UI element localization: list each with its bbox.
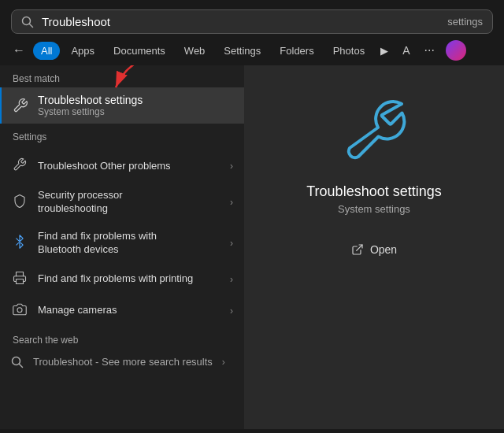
overflow-button[interactable]: ··· (420, 42, 439, 59)
item-cameras-title: Manage cameras (38, 304, 220, 317)
chevron-right-icon-2: › (230, 197, 233, 208)
filter-tabs: ← All Apps Documents Web Settings Folder… (0, 34, 504, 65)
tab-apps[interactable]: Apps (63, 42, 102, 60)
open-label: Open (370, 243, 397, 256)
list-item-printing[interactable]: Find and fix problems with printing › (0, 264, 244, 295)
search-web-label: Search the web (0, 327, 244, 349)
main-layout: Best match Troubleshoot settings System … (0, 65, 504, 429)
web-search-text: Troubleshoot - See more search results (33, 356, 213, 368)
svg-line-1 (30, 24, 33, 27)
best-match-item[interactable]: Troubleshoot settings System settings (0, 87, 244, 124)
printer-icon (11, 271, 28, 288)
tab-documents[interactable]: Documents (106, 42, 173, 60)
font-button[interactable]: A (396, 43, 416, 58)
chevron-right-icon-3: › (230, 238, 233, 249)
avatar[interactable] (446, 40, 466, 61)
search-web-icon (11, 356, 24, 368)
web-search-item[interactable]: Troubleshoot - See more search results › (0, 349, 244, 376)
list-item-cameras[interactable]: Manage cameras › (0, 295, 244, 327)
shield-icon (11, 194, 28, 211)
chevron-right-icon: › (230, 161, 233, 172)
best-match-subtitle: System settings (38, 106, 143, 117)
item-printing-text: Find and fix problems with printing (38, 272, 220, 286)
item-security-processor-title: Security processortroubleshooting (38, 189, 220, 216)
tab-photos[interactable]: Photos (325, 42, 372, 60)
bluetooth-icon (11, 235, 28, 252)
search-bar: settings (11, 9, 493, 34)
best-match-text: Troubleshoot settings System settings (38, 94, 143, 117)
item-troubleshoot-other-text: Troubleshoot Other problems (38, 160, 220, 173)
web-search-main: Troubleshoot (33, 356, 92, 368)
list-item-troubleshoot-other[interactable]: Troubleshoot Other problems › (0, 150, 244, 182)
web-search-sub: - See more search results (92, 356, 212, 368)
svg-point-4 (17, 307, 22, 312)
search-input[interactable] (42, 15, 439, 28)
tab-web[interactable]: Web (176, 42, 213, 60)
right-panel-title: Troubleshoot settings (306, 183, 441, 200)
list-item-bluetooth[interactable]: Find and fix problems withBluetooth devi… (0, 223, 244, 264)
wrench-small-icon (11, 157, 28, 175)
open-button[interactable]: Open (342, 239, 406, 261)
item-cameras-text: Manage cameras (38, 304, 220, 317)
right-panel-icon (339, 97, 410, 171)
best-match-label: Best match (0, 65, 244, 87)
list-item-security-processor[interactable]: Security processortroubleshooting › (0, 182, 244, 223)
wrench-icon (13, 98, 28, 113)
search-icon (21, 16, 34, 28)
item-bluetooth-title: Find and fix problems withBluetooth devi… (38, 230, 220, 257)
camera-icon (11, 302, 28, 320)
tab-all[interactable]: All (33, 42, 60, 60)
svg-line-7 (357, 245, 362, 250)
left-panel: Best match Troubleshoot settings System … (0, 65, 244, 429)
item-printing-title: Find and fix problems with printing (38, 272, 220, 286)
chevron-right-icon-5: › (230, 305, 233, 316)
right-panel-subtitle: System settings (338, 203, 410, 215)
search-placeholder-text: settings (447, 16, 483, 28)
chevron-right-icon-4: › (230, 274, 233, 285)
best-match-title: Troubleshoot settings (38, 94, 143, 106)
settings-label: Settings (0, 124, 244, 146)
item-bluetooth-text: Find and fix problems withBluetooth devi… (38, 230, 220, 257)
item-security-processor-text: Security processortroubleshooting (38, 189, 220, 216)
tab-settings[interactable]: Settings (216, 42, 269, 60)
settings-items: Troubleshoot Other problems › Security p… (0, 150, 244, 327)
chevron-right-icon-web: › (222, 357, 225, 368)
tab-folders[interactable]: Folders (272, 42, 321, 60)
back-button[interactable]: ← (8, 40, 30, 61)
svg-line-6 (20, 364, 23, 367)
more-tabs-button[interactable]: ▶ (376, 43, 393, 58)
open-icon (351, 243, 364, 256)
item-troubleshoot-other-title: Troubleshoot Other problems (38, 160, 220, 173)
svg-rect-3 (17, 279, 24, 283)
right-panel: Troubleshoot settings System settings Op… (244, 65, 504, 429)
